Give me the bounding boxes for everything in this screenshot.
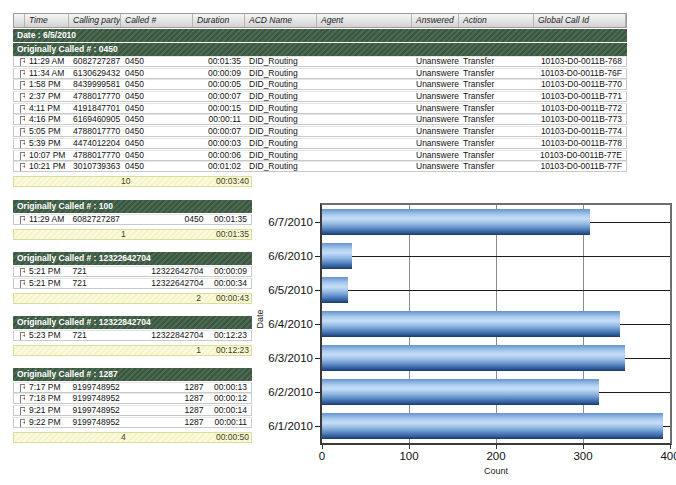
summary-spacer [14, 177, 69, 186]
group-section: Originally Called # : 12322642704+5:21 P… [13, 252, 252, 304]
cell-duration: 00:00:09 [207, 267, 251, 276]
cell-answered: Unanswered [412, 139, 459, 148]
chart-category-label: 6/1/2010 [268, 420, 313, 432]
cell-duration: 00:00:06 [193, 151, 245, 160]
cell-duration: 00:00:03 [193, 139, 245, 148]
table-row: +5:21 PM7211232264270400:00:34 [13, 278, 252, 289]
cell-agent [317, 139, 412, 148]
header-action: Action [459, 14, 534, 27]
chart-category-row: 6/2/2010 [252, 375, 320, 409]
cell-calling-party: 9199748952 [69, 406, 138, 415]
header-answered: Answered [412, 14, 459, 27]
chart-x-tick-label: 100 [399, 450, 418, 462]
cell-called-number: 0450 [121, 92, 193, 101]
cell-duration: 00:00:11 [193, 115, 245, 124]
chart-category-row: 6/7/2010 [252, 205, 320, 239]
chart-x-tickmark [409, 445, 410, 449]
header-acd-name: ACD Name [245, 14, 317, 27]
chart-category-row: 6/4/2010 [252, 307, 320, 341]
left-sections: Originally Called # : 100+11:29 AM608272… [13, 200, 252, 455]
summary-total-duration: 00:03:40 [209, 177, 251, 186]
table-row: +5:05 PM4788017770045000:00:07DID_Routin… [13, 126, 627, 137]
group-summary-row: 400:00:50 [13, 432, 252, 443]
header-calling-party: Calling party # [69, 14, 121, 27]
chart-x-tick-label: 0 [319, 450, 325, 462]
expand-cell: + [14, 151, 25, 160]
cell-time: 7:18 PM [25, 394, 69, 403]
cell-called-number: 0450 [121, 80, 193, 89]
chart-category-label: 6/3/2010 [268, 352, 313, 364]
cell-duration: 00:00:15 [193, 104, 245, 113]
cell-time: 4:11 PM [25, 104, 69, 113]
cell-global-call-id: 10103-D0-0011B-774 [534, 127, 626, 136]
cell-action: Transfer [459, 104, 534, 113]
expand-cell: + [14, 418, 25, 427]
cell-calling-party: 6082727287 [69, 215, 138, 224]
cell-time: 11:34 AM [25, 69, 69, 78]
cell-called-number: 0450 [121, 115, 193, 124]
cell-called-number: 0450 [121, 162, 193, 171]
header-time: Time [25, 14, 69, 27]
cell-answered: Unanswered [412, 80, 459, 89]
table-row: +1:58 PM8439999581045000:00:05DID_Routin… [13, 79, 627, 90]
cell-called-number: 0450 [121, 127, 193, 136]
cell-calling-party: 6130629432 [69, 69, 121, 78]
chart-category-line [322, 290, 670, 291]
cell-calling-party: 9199748952 [69, 394, 138, 403]
cell-called-number: 1287 [138, 418, 207, 427]
cell-duration: 00:01:35 [207, 215, 251, 224]
group-summary-row: 100:01:35 [13, 229, 252, 240]
cell-time: 10:21 PM [25, 162, 69, 171]
main-rows-container: +11:29 AM6082727287045000:01:35DID_Routi… [13, 56, 627, 173]
chart-bar-row [322, 409, 670, 443]
cell-duration: 00:12:23 [207, 331, 251, 340]
chart-x-tickmark [670, 445, 671, 449]
table-row: +11:29 AM6082727287045000:01:35DID_Routi… [13, 56, 627, 67]
expand-cell: + [14, 267, 25, 276]
cell-action: Transfer [459, 151, 534, 160]
group-header-band: Originally Called # : 1287 [13, 368, 252, 381]
cell-time: 11:29 AM [25, 215, 69, 224]
table-row: +2:37 PM4788017770045000:00:07DID_Routin… [13, 91, 627, 102]
chart-category-row: 6/1/2010 [252, 409, 320, 443]
cell-time: 5:21 PM [25, 279, 69, 288]
summary-count: 1 [69, 230, 209, 239]
expand-cell: + [14, 279, 25, 288]
table-row: +10:21 PM3010739363045000:01:02DID_Routi… [13, 161, 627, 172]
expand-cell: + [14, 383, 25, 392]
summary-spacer [14, 230, 69, 239]
chart-category-line [322, 256, 670, 257]
cell-acd-name: DID_Routing [245, 151, 317, 160]
chart-bar [322, 379, 599, 405]
cell-time: 9:21 PM [25, 406, 69, 415]
cell-time: 4:16 PM [25, 115, 69, 124]
cell-calling-party: 8439999581 [69, 80, 121, 89]
cell-duration: 00:00:05 [193, 80, 245, 89]
table-row: +11:34 AM6130629432045000:00:09DID_Routi… [13, 68, 627, 79]
cell-acd-name: DID_Routing [245, 115, 317, 124]
group-summary-row: 100:12:23 [13, 345, 252, 356]
cell-calling-party: 4788017770 [69, 92, 121, 101]
summary-spacer [14, 433, 69, 442]
bar-chart: Date 6/7/20106/6/20106/5/20106/4/20106/3… [252, 196, 676, 485]
summary-total-duration: 00:00:43 [209, 294, 251, 303]
group-section: Originally Called # : 100+11:29 AM608272… [13, 200, 252, 240]
table-row: +7:18 PM9199748952128700:00:12 [13, 393, 252, 404]
header-agent: Agent [317, 14, 412, 27]
chart-x-tickmark [496, 445, 497, 449]
cell-duration: 00:01:02 [193, 162, 245, 171]
chart-bar-row [322, 307, 670, 341]
expand-cell: + [14, 80, 25, 89]
cell-acd-name: DID_Routing [245, 162, 317, 171]
table-row: +5:23 PM7211232284270400:12:23 [13, 330, 252, 341]
chart-bar [322, 413, 663, 439]
group-header-band: Originally Called # : 12322642704 [13, 252, 252, 265]
expand-cell: + [14, 127, 25, 136]
cell-calling-party: 9199748952 [69, 418, 138, 427]
cell-time: 9:22 PM [25, 418, 69, 427]
cell-calling-party: 4474012204 [69, 139, 121, 148]
table-row: +10:07 PM4788017770045000:00:06DID_Routi… [13, 150, 627, 161]
cell-agent [317, 80, 412, 89]
chart-bar-row [322, 273, 670, 307]
expand-cell: + [14, 104, 25, 113]
